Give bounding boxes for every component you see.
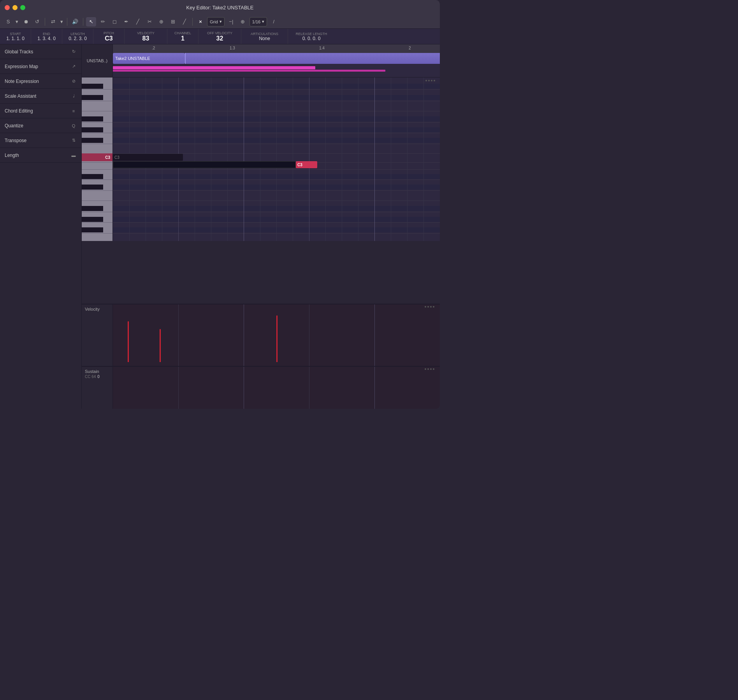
sustain-content[interactable] [113,367,440,409]
pitch-value[interactable]: C3 [105,35,112,42]
quantize-label: Quantize [5,123,23,128]
main-layout: Global Tracks ↻ Expression Map ↗ Note Ex… [0,44,440,409]
midi-button[interactable]: × [195,17,206,26]
resize-handle-grid[interactable] [425,80,435,81]
hgrid-1 [113,89,440,90]
zoom-in-button[interactable]: ⊕ [238,17,248,26]
pink-bar-2 [113,70,385,72]
maximize-button[interactable] [20,5,25,10]
length-value[interactable]: 0. 2. 3. 0 [69,36,87,41]
start-value[interactable]: 1. 1. 1. 0 [6,36,25,41]
vel-bar-2 [160,329,161,362]
sus-vgrid-3 [309,367,309,409]
vgrid-sub-5 [211,77,211,241]
scissors-tool[interactable]: ✂ [144,17,155,26]
release-col: Release Length 0. 0. 0. 0 [288,29,335,44]
end-value[interactable]: 1. 3. 4. 0 [37,36,56,41]
zoom-tool[interactable]: ⊕ [156,17,166,26]
c3-key[interactable]: C3 [82,153,112,161]
articulations-label: Articulations [251,32,278,36]
articulations-col: Articulations None [241,29,288,44]
channel-value[interactable]: 1 [181,35,184,42]
grid-area[interactable]: C3 C3 [113,77,440,241]
chord-editing-label: Chord Editing [5,108,33,114]
sep4 [192,18,193,26]
record-button[interactable]: ⏺ [21,17,31,26]
vgrid-sub-10 [325,77,326,241]
piano-roll-section: C3 [82,77,440,409]
note-c3-selected[interactable]: C3 [296,161,317,168]
titlebar: Key Editor: Take2 UNSTABLE [0,0,440,15]
vel-bar-3 [276,315,278,362]
speaker-button[interactable]: 🔊 [70,17,80,26]
global-tracks-label: Global Tracks [5,49,33,55]
black-key-6 [82,174,103,179]
nudge-button[interactable]: ⇄ [48,17,58,26]
release-value[interactable]: 0. 0. 0. 0 [302,36,321,41]
quantize-selector[interactable]: 1/16 ▾ [250,17,267,26]
sidebar-item-expression-map[interactable]: Expression Map ↗ [0,59,81,74]
minus-button[interactable]: −| [226,17,236,26]
close-button[interactable] [5,5,10,10]
grid-selector[interactable]: Grid ▾ [207,17,225,26]
note-expression-icon: ⊘ [70,78,77,84]
piano-keys[interactable]: C3 [82,77,113,241]
key-div-9 [82,179,112,180]
channel-col: Channel 1 [167,29,199,44]
minimize-button[interactable] [12,5,18,10]
velocity-content[interactable] [113,304,440,366]
velocity-value[interactable]: 83 [142,35,149,42]
note-c3-main-label: C3 [114,155,119,160]
glue-tool[interactable]: ✒ [121,17,131,26]
marker-14: 1.4 [319,46,325,50]
note-c3-main[interactable]: C3 [113,154,183,161]
draw-tool[interactable]: ✏ [98,17,108,26]
sidebar-item-note-expression[interactable]: Note Expression ⊘ [0,74,81,89]
cc-label: CC 64 [85,375,96,379]
vel-vgrid-4 [374,304,375,366]
vel-resize-handle[interactable] [425,306,434,308]
key-div-13 [82,222,112,223]
nudge-down-button[interactable]: ▾ [59,17,64,26]
vgrid-sub-15 [423,77,424,241]
velocity-label: Velocity [137,31,155,35]
track-content[interactable]: .2 1.3 1.4 2 Take2 UNSTABLE [113,44,440,77]
snap-button[interactable]: S [3,17,13,26]
line-tool[interactable]: ╱ [133,17,143,26]
select-tool[interactable]: ↖ [86,17,96,26]
scale-assistant-label: Scale Assistant [5,93,36,99]
note-bar-long[interactable] [113,161,296,168]
key-div-14 [82,233,112,234]
quantize-extra-button[interactable]: / [269,17,279,26]
quantize-icon: Q [70,123,77,129]
expression-map-label: Expression Map [5,64,38,69]
paint-tool[interactable]: ╱ [179,17,190,26]
release-label: Release Length [296,32,327,36]
sidebar-item-transpose[interactable]: Transpose ⇅ [0,133,81,148]
vel-vgrid-2 [244,304,244,366]
off-velocity-value[interactable]: 32 [216,35,223,42]
vgrid-sub-12 [358,77,358,241]
track-clip[interactable]: Take2 UNSTABLE [113,53,185,64]
black-key-3 [82,116,103,121]
cc-value: 0 [97,375,100,379]
loop-button[interactable]: ↺ [32,17,42,26]
sidebar-item-global-tracks[interactable]: Global Tracks ↻ [0,44,81,59]
comp-tool[interactable]: ⊞ [168,17,178,26]
sidebar-item-chord-editing[interactable]: Chord Editing ≡ [0,104,81,118]
snap-group: S ▾ [3,17,19,26]
expression-map-icon: ↗ [70,63,77,70]
articulations-value[interactable]: None [259,36,270,41]
note-c3-selected-label: C3 [297,163,302,167]
sidebar-item-length[interactable]: Length ▬ [0,148,81,163]
snap-down-button[interactable]: ▾ [14,17,19,26]
quantize-dropdown-icon: ▾ [262,19,264,24]
key-div-1 [82,89,112,90]
sidebar-item-scale-assistant[interactable]: Scale Assistant ♩ [0,89,81,104]
black-key-10 [82,227,103,232]
sidebar-item-quantize[interactable]: Quantize Q [0,118,81,133]
sustain-label-col: Sustain CC 64 0 [82,367,113,409]
sus-resize-handle[interactable] [425,368,434,370]
marker-2b: 2 [409,46,411,50]
erase-tool[interactable]: ◻ [109,17,119,26]
